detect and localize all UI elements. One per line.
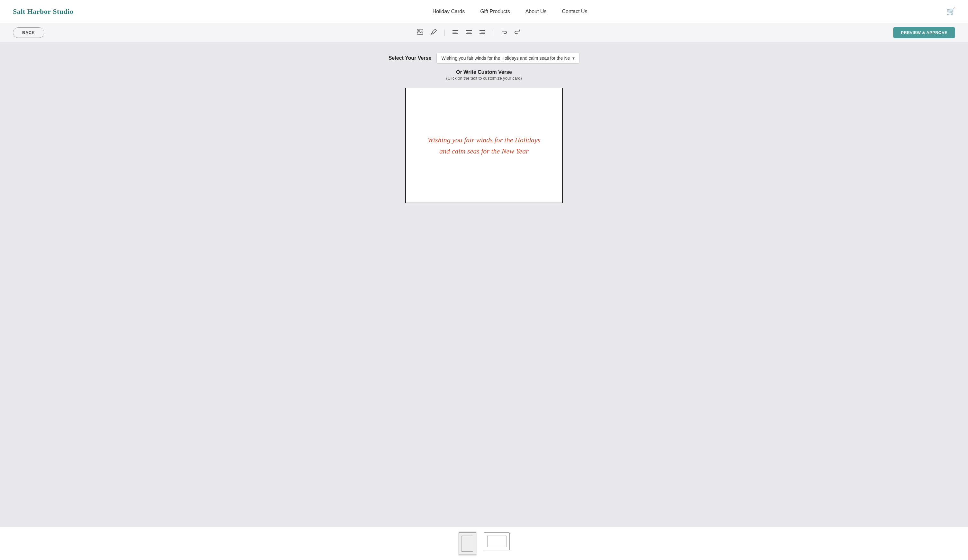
card-verse-text[interactable]: Wishing you fair winds for the Holidays …	[421, 128, 547, 163]
redo-icon[interactable]	[513, 28, 522, 38]
cart-icon[interactable]: 🛒	[946, 7, 955, 16]
svg-rect-0	[417, 29, 423, 35]
verse-dropdown[interactable]: Wishing you fair winds for the Holidays …	[436, 53, 579, 64]
nav-item-gift-products[interactable]: Gift Products	[480, 9, 510, 15]
verse-selector-row: Select Your Verse Wishing you fair winds…	[389, 53, 580, 64]
thumbnail-inner-portrait	[461, 535, 473, 552]
toolbar-center	[416, 28, 522, 38]
align-right-icon[interactable]	[478, 28, 487, 37]
nav-item-contact-us[interactable]: Contact Us	[562, 9, 587, 15]
toolbar-left: BACK	[13, 27, 44, 38]
brand-logo[interactable]: Salt Harbor Studio	[13, 7, 73, 16]
undo-icon[interactable]	[500, 28, 508, 38]
custom-verse-section: Or Write Custom Verse (Click on the text…	[446, 69, 522, 81]
thumbnail-landscape[interactable]	[484, 532, 510, 550]
card-preview[interactable]: Wishing you fair winds for the Holidays …	[405, 88, 563, 203]
custom-verse-subtitle: (Click on the text to customize your car…	[446, 76, 522, 81]
navbar: Salt Harbor Studio Holiday Cards Gift Pr…	[0, 0, 968, 23]
thumbnail-inner-landscape	[487, 535, 507, 547]
align-center-icon[interactable]	[465, 28, 473, 37]
eyedropper-icon[interactable]	[430, 28, 438, 38]
verse-dropdown-text: Wishing you fair winds for the Holidays …	[441, 56, 570, 61]
thumbnail-strip	[0, 527, 968, 560]
chevron-down-icon: ▾	[572, 56, 575, 61]
main-content: Select Your Verse Wishing you fair winds…	[0, 42, 968, 560]
card-verse-line1: Wishing you fair winds for the Holidays	[428, 136, 540, 144]
custom-verse-title: Or Write Custom Verse	[446, 69, 522, 75]
image-icon[interactable]	[416, 28, 424, 38]
toolbar: BACK	[0, 23, 968, 42]
nav-links: Holiday Cards Gift Products About Us Con…	[433, 9, 587, 15]
nav-item-about-us[interactable]: About Us	[525, 9, 547, 15]
align-left-icon[interactable]	[451, 28, 459, 37]
svg-point-1	[418, 30, 419, 31]
preview-approve-button[interactable]: PREVIEW & APPROVE	[893, 27, 955, 38]
back-button[interactable]: BACK	[13, 27, 44, 38]
toolbar-divider-2	[493, 30, 493, 36]
card-verse-line2: and calm seas for the New Year	[439, 147, 529, 155]
toolbar-divider-1	[444, 30, 445, 36]
thumbnail-portrait[interactable]	[459, 532, 476, 555]
verse-selector-label: Select Your Verse	[389, 55, 432, 61]
toolbar-right: PREVIEW & APPROVE	[893, 27, 955, 38]
nav-item-holiday-cards[interactable]: Holiday Cards	[433, 9, 465, 15]
